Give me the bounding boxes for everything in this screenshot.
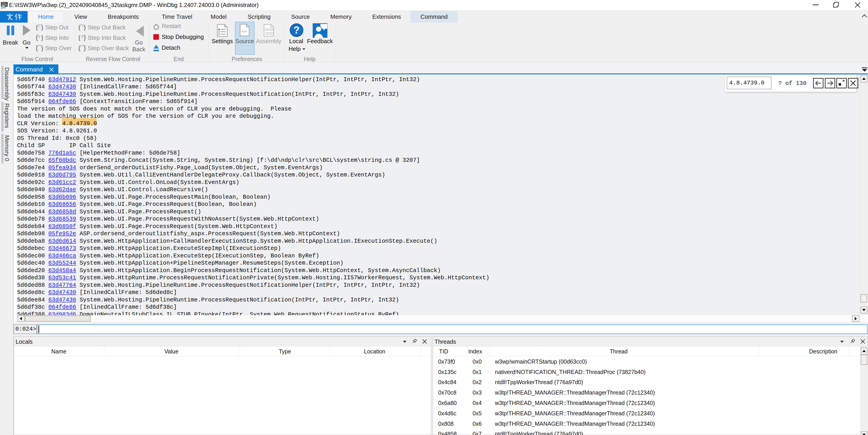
svg-text:?: ? <box>293 24 300 35</box>
svg-text:IOIOI: IOIOI <box>265 32 274 36</box>
svg-text:</>: </> <box>241 29 247 34</box>
svg-text:OIIOI: OIIOI <box>265 28 274 32</box>
svg-text:*: * <box>841 79 846 87</box>
